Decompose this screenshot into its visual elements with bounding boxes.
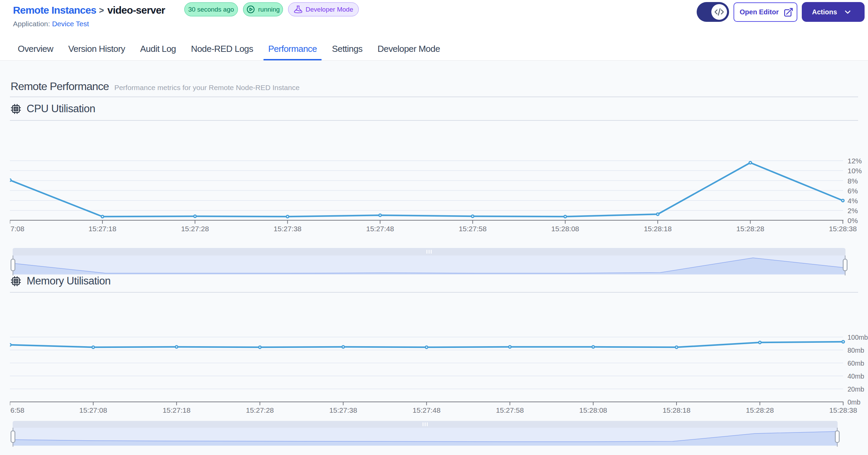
svg-text:12%: 12% bbox=[848, 157, 862, 165]
svg-text:15:27:18: 15:27:18 bbox=[162, 406, 190, 414]
svg-text:15:28:18: 15:28:18 bbox=[663, 406, 691, 414]
svg-text:40mb: 40mb bbox=[848, 372, 864, 380]
svg-text:15:27:48: 15:27:48 bbox=[366, 225, 394, 233]
svg-text:7:08: 7:08 bbox=[11, 225, 25, 233]
svg-text:15:27:28: 15:27:28 bbox=[181, 225, 209, 233]
svg-text:8%: 8% bbox=[848, 177, 858, 185]
svg-text:15:28:38: 15:28:38 bbox=[829, 225, 857, 233]
svg-text:4%: 4% bbox=[848, 197, 858, 205]
svg-text:15:27:38: 15:27:38 bbox=[274, 225, 302, 233]
svg-text:15:28:28: 15:28:28 bbox=[736, 225, 764, 233]
svg-text:60mb: 60mb bbox=[848, 359, 864, 367]
svg-text:10%: 10% bbox=[848, 167, 862, 175]
svg-text:100mb: 100mb bbox=[848, 334, 868, 341]
svg-text:15:28:08: 15:28:08 bbox=[579, 406, 607, 414]
svg-text:80mb: 80mb bbox=[848, 347, 864, 354]
svg-text:15:27:28: 15:27:28 bbox=[246, 406, 274, 414]
svg-text:15:28:08: 15:28:08 bbox=[551, 225, 579, 233]
svg-text:6%: 6% bbox=[848, 187, 858, 195]
svg-text:15:27:58: 15:27:58 bbox=[459, 225, 487, 233]
svg-text:6:58: 6:58 bbox=[11, 406, 25, 414]
svg-text:15:27:38: 15:27:38 bbox=[329, 406, 357, 414]
svg-text:15:27:48: 15:27:48 bbox=[413, 406, 441, 414]
svg-text:15:28:28: 15:28:28 bbox=[746, 406, 774, 414]
svg-text:15:28:18: 15:28:18 bbox=[644, 225, 672, 233]
svg-text:2%: 2% bbox=[848, 207, 858, 215]
svg-text:0%: 0% bbox=[848, 217, 858, 224]
svg-text:15:27:08: 15:27:08 bbox=[79, 406, 107, 414]
svg-text:15:27:58: 15:27:58 bbox=[496, 406, 524, 414]
svg-text:0mb: 0mb bbox=[848, 398, 860, 406]
svg-text:20mb: 20mb bbox=[848, 385, 864, 393]
svg-text:15:27:18: 15:27:18 bbox=[88, 225, 116, 233]
svg-text:15:28:38: 15:28:38 bbox=[829, 406, 857, 414]
